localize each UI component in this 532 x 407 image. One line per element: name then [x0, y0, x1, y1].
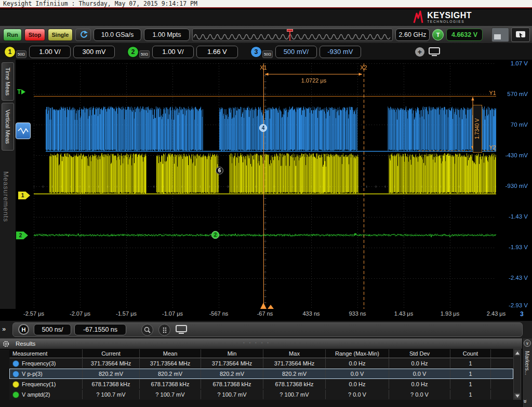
measurement-value: 1: [450, 359, 491, 368]
column-header[interactable]: Count: [450, 349, 491, 358]
measurement-value: ? 0.0 V: [326, 390, 389, 399]
column-header[interactable]: Std Dev: [389, 349, 450, 358]
measurement-color-dot: [12, 360, 19, 367]
results-table: Measurement Current Mean Min Max Range (…: [9, 349, 513, 400]
trigger-badge[interactable]: T: [432, 29, 444, 40]
memory-depth-box[interactable]: 1.00 Mpts: [144, 29, 190, 41]
channel-1-badge[interactable]: 1: [4, 46, 16, 58]
channel-1-ground-marker[interactable]: 1: [18, 192, 30, 199]
channel-2-ground-marker[interactable]: 2: [16, 232, 28, 239]
trigger-level-marker[interactable]: T: [17, 88, 25, 96]
gear-icon[interactable]: [3, 341, 9, 347]
column-header[interactable]: Measurement: [10, 349, 83, 358]
y-axis-label: 570 mV: [497, 91, 528, 97]
sample-rate-box[interactable]: 10.0 GSa/s: [94, 29, 141, 41]
right-rail: ∨ Markers... »: [522, 338, 532, 407]
column-header[interactable]: Current: [83, 349, 140, 358]
stop-button[interactable]: Stop: [24, 29, 45, 41]
display-icon: [176, 325, 187, 334]
results-scrollbar[interactable]: [513, 349, 521, 400]
channel-3-badge[interactable]: 3: [250, 46, 262, 58]
timebase-position-box[interactable]: -67.1550 ns: [74, 324, 126, 335]
channel-2-offset[interactable]: 1.66 V: [196, 46, 238, 58]
scroll-up-button[interactable]: [514, 350, 520, 356]
pan-button[interactable]: [158, 324, 170, 336]
marker-x2-label[interactable]: X2: [357, 64, 370, 71]
horizontal-control-bar: » H 500 ns/ -67.1550 ns: [0, 321, 532, 338]
arrow-down-icon: [515, 395, 520, 398]
result-row-frequency-1[interactable]: Frequency(1) 678.17368 kHz 678.17368 kHz…: [9, 379, 513, 389]
touch-capture-button[interactable]: [75, 29, 91, 41]
channel-3-scale[interactable]: 500 mV/: [275, 46, 317, 58]
x-axis-label: -567 ns: [202, 310, 235, 317]
marker-4-badge[interactable]: 4: [259, 124, 267, 132]
channel-2-scale[interactable]: 1.00 V/: [152, 46, 194, 58]
collapse-results-button[interactable]: ∨: [524, 340, 531, 347]
x-axis-label: 1.43 μs: [387, 310, 420, 317]
result-row-vpp-3[interactable]: V p-p(3) 820.2 mV 820.2 mV 820.2 mV 820.…: [9, 369, 513, 379]
channel-1-scale[interactable]: 1.00 V/: [29, 46, 71, 58]
results-header-row: Measurement Current Mean Min Max Range (…: [9, 349, 513, 358]
single-button[interactable]: Single: [48, 29, 73, 41]
measurement-color-dot: [12, 391, 19, 398]
measurement-value: 0.0 Hz: [389, 379, 450, 389]
y-axis-label: 1.07 V: [497, 60, 528, 66]
marker-6-badge[interactable]: 6: [216, 167, 223, 174]
magnifier-icon: [144, 327, 151, 333]
preview-position-handle[interactable]: [287, 29, 293, 32]
measurement-color-dot: [12, 371, 19, 377]
x-axis-label: -1.57 μs: [110, 310, 143, 317]
channel-2-trace-badge[interactable]: 2: [211, 231, 219, 239]
channel-2-badge[interactable]: 2: [127, 46, 139, 58]
more-chevrons-icon[interactable]: »: [522, 400, 529, 403]
channel-1-offset[interactable]: 300 mV: [73, 46, 115, 58]
bandwidth-box[interactable]: 2.60 GHz: [395, 29, 430, 41]
column-header[interactable]: Mean: [140, 349, 201, 358]
column-header[interactable]: Max: [263, 349, 326, 358]
run-button[interactable]: Run: [3, 29, 22, 41]
y-axis-label: -2.43 V: [497, 275, 528, 281]
measurement-value: ? 100.7 mV: [201, 390, 263, 399]
markers-rail-tab[interactable]: Markers...: [524, 351, 530, 375]
channel-3-impedance: 50Ω: [262, 50, 273, 58]
scroll-down-button[interactable]: [514, 393, 520, 399]
drag-handle-dots[interactable]: . . . . .: [243, 338, 270, 344]
channel-3-offset[interactable]: -930 mV: [320, 46, 361, 58]
results-header[interactable]: Results . . . . .: [0, 338, 522, 349]
measurement-value: 678.17368 kHz: [83, 379, 140, 389]
marker-y1-label[interactable]: Y1: [483, 90, 496, 96]
expand-chevrons-icon[interactable]: »: [2, 325, 6, 333]
display-dim-button[interactable]: [491, 28, 509, 42]
y-axis-label: -1.43 V: [497, 213, 528, 220]
add-waveform-button[interactable]: +: [415, 47, 424, 57]
touchscreen-button[interactable]: [511, 28, 530, 42]
result-row-frequency-3[interactable]: Frequency(3) 371.73564 MHz 371.73564 MHz…: [9, 358, 513, 369]
column-header[interactable]: Min: [201, 349, 263, 358]
column-header[interactable]: Range (Max-Min): [326, 349, 389, 358]
waveform-canvas[interactable]: [34, 63, 496, 309]
y-axis-label: 70 mV: [497, 121, 528, 128]
acquisition-preview-bar[interactable]: [192, 29, 393, 41]
wave-icon: [18, 127, 29, 135]
timebase-scale-box[interactable]: 500 ns/: [34, 324, 71, 335]
measurement-name: Frequency(3): [22, 360, 56, 367]
timebase-display-button[interactable]: [176, 325, 187, 334]
measurement-value: 0.0 Hz: [326, 379, 389, 389]
horizontal-badge[interactable]: H: [18, 324, 29, 335]
trigger-level-box[interactable]: 4.6632 V: [446, 29, 483, 41]
result-row-vamptd-2[interactable]: V amptd(2) ? 100.7 mV ? 100.7 mV ? 100.7…: [9, 389, 513, 400]
channel-3-ground-marker[interactable]: [16, 123, 31, 139]
marker-y2-label[interactable]: Y2: [483, 144, 496, 151]
measurement-value: 678.17368 kHz: [263, 379, 326, 389]
zoom-button[interactable]: [141, 324, 153, 336]
channel-3-controls: 3 50Ω 500 mV/ -930 mV: [250, 46, 361, 58]
tab-vertical-meas[interactable]: Vertical Meas: [2, 103, 14, 151]
tab-time-meas[interactable]: Time Meas: [2, 62, 14, 101]
time-axis: -2.57 μs -2.07 μs -1.57 μs -1.07 μs -567…: [0, 309, 532, 321]
measurement-value: 678.17368 kHz: [201, 379, 263, 389]
marker-x1-label[interactable]: X1: [257, 64, 270, 71]
display-config-button[interactable]: [429, 47, 440, 56]
axis-channel-ref: 3: [520, 310, 524, 318]
measurement-value: 371.73564 MHz: [201, 359, 263, 368]
y-axis-label: -1.93 V: [497, 244, 528, 250]
